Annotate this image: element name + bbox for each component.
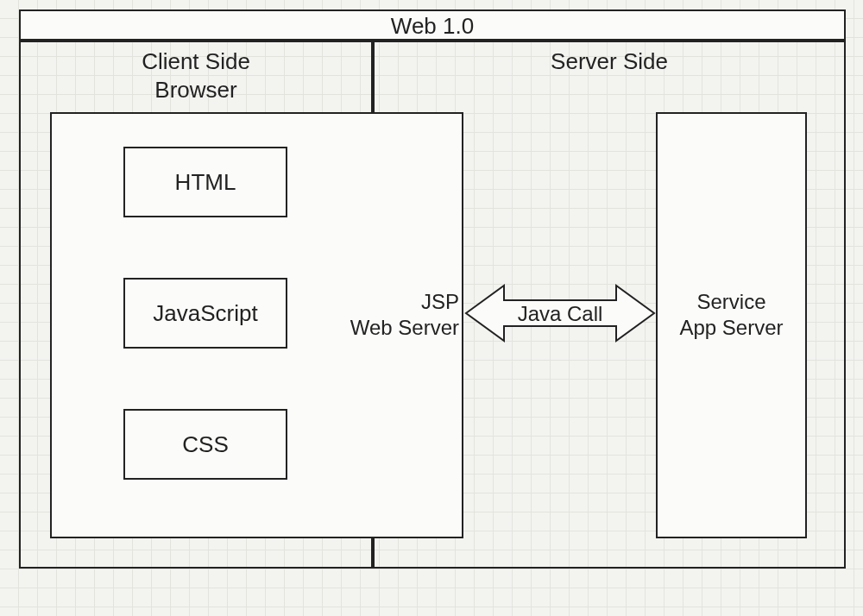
jsp-web-server-label: JSPWeb Server (328, 289, 459, 341)
tech-label-css: CSS (123, 431, 287, 459)
client-side-heading: Client SideBrowser (19, 47, 373, 104)
service-app-server-label: ServiceApp Server (656, 289, 807, 341)
diagram-title: Web 1.0 (19, 12, 846, 41)
server-side-heading: Server Side (373, 47, 846, 76)
tech-label-javascript: JavaScript (123, 299, 287, 328)
tech-label-html: HTML (123, 168, 287, 197)
java-call-label: Java Call (483, 301, 637, 327)
